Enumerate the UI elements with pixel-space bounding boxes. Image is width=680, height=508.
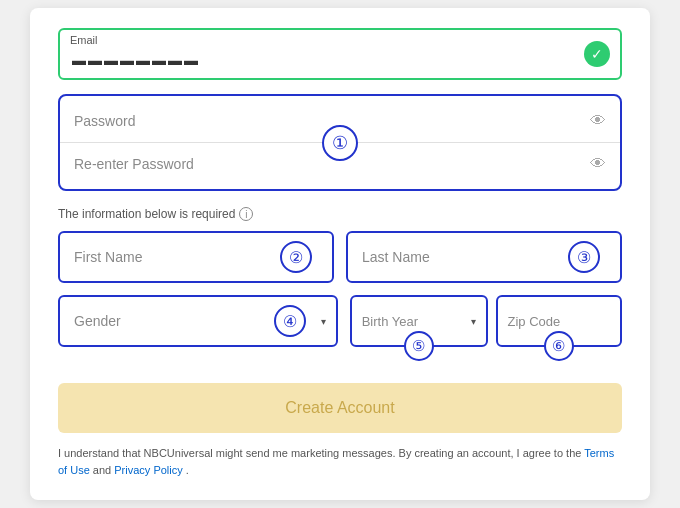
step-2-badge: ② <box>280 241 312 273</box>
info-icon: i <box>239 207 253 221</box>
birth-year-dropdown-arrow: ▾ <box>471 316 476 327</box>
legal-text-after: . <box>186 464 189 476</box>
reenter-password-label: Re-enter Password <box>74 156 194 172</box>
bottom-row: Gender ④ ▾ Birth Year ▾ ⑤ Zip Code ⑥ <box>58 295 622 347</box>
legal-text-before: I understand that NBCUniversal might sen… <box>58 447 584 459</box>
birth-year-label: Birth Year <box>362 314 418 329</box>
gender-field[interactable]: Gender ④ ▾ <box>58 295 338 347</box>
step-4-badge: ④ <box>274 305 306 337</box>
password-label: Password <box>74 113 135 129</box>
password-section: ① Password 👁 Re-enter Password 👁 <box>58 94 622 191</box>
last-name-field[interactable]: Last Name ③ <box>346 231 622 283</box>
password-eye-icon[interactable]: 👁 <box>590 112 606 130</box>
birth-zip-group: Birth Year ▾ ⑤ Zip Code ⑥ <box>350 295 622 347</box>
legal-text: I understand that NBCUniversal might sen… <box>58 445 622 478</box>
zip-code-field[interactable]: Zip Code ⑥ <box>496 295 623 347</box>
email-label: Email <box>70 34 98 46</box>
step-5-badge: ⑤ <box>404 331 434 361</box>
legal-text-between: and <box>93 464 114 476</box>
step-3-badge: ③ <box>568 241 600 273</box>
email-input-wrapper: Email ▬▬▬▬▬▬▬▬ <box>58 28 622 80</box>
email-value: ▬▬▬▬▬▬▬▬ <box>72 52 578 68</box>
step-6-badge: ⑥ <box>544 331 574 361</box>
first-name-field[interactable]: First Name ② <box>58 231 334 283</box>
first-name-label: First Name <box>74 249 142 265</box>
privacy-policy-link[interactable]: Privacy Policy <box>114 464 182 476</box>
last-name-label: Last Name <box>362 249 430 265</box>
reenter-password-eye-icon[interactable]: 👁 <box>590 155 606 173</box>
gender-label: Gender <box>74 313 121 329</box>
name-row: First Name ② Last Name ③ <box>58 231 622 283</box>
zip-code-label: Zip Code <box>508 314 561 329</box>
info-required-text: The information below is required i <box>58 207 622 221</box>
create-account-button[interactable]: Create Account <box>58 383 622 433</box>
email-field-row: Email ▬▬▬▬▬▬▬▬ ✓ <box>58 28 622 80</box>
email-check-icon: ✓ <box>584 41 610 67</box>
gender-dropdown-arrow: ▾ <box>321 316 326 327</box>
password-field[interactable]: Password 👁 <box>60 100 620 143</box>
info-required-label: The information below is required <box>58 207 235 221</box>
reenter-password-field[interactable]: Re-enter Password 👁 <box>60 143 620 185</box>
signup-card: Email ▬▬▬▬▬▬▬▬ ✓ ① Password 👁 Re-enter P… <box>30 8 650 500</box>
birth-year-field[interactable]: Birth Year ▾ ⑤ <box>350 295 488 347</box>
